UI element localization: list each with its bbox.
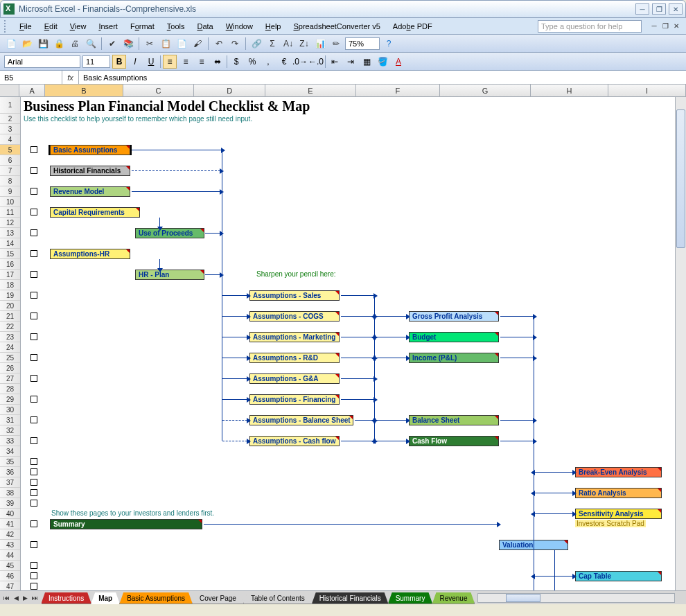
restore-button[interactable]: ❐ <box>652 3 666 15</box>
sheet-tab-historical-financials[interactable]: Historical Financials <box>312 592 389 604</box>
align-right-button[interactable]: ≡ <box>195 55 209 69</box>
row-header-5[interactable]: 5 <box>0 145 20 155</box>
font-size-select[interactable]: 11 <box>82 55 110 68</box>
checkbox-row-13[interactable] <box>30 229 37 236</box>
formula-input[interactable]: Basic Assumptions <box>79 73 686 82</box>
tag-income[interactable]: Income (P&L) <box>409 353 499 363</box>
help-icon[interactable]: ? <box>382 37 396 51</box>
zoom-select[interactable]: 75% <box>345 37 380 50</box>
checkbox-row-37[interactable] <box>30 479 37 486</box>
row-header-38[interactable]: 38 <box>0 488 20 498</box>
checkbox-row-25[interactable] <box>30 354 37 361</box>
tag-revenue-model[interactable]: Revenue Model <box>50 186 130 197</box>
minimize-button[interactable]: ─ <box>635 3 649 15</box>
decrease-indent-button[interactable]: ⇤ <box>328 55 342 69</box>
checkbox-row-9[interactable] <box>30 188 37 195</box>
comma-button[interactable]: , <box>261 55 275 69</box>
tag-use-of-proceeds[interactable]: Use of Proceeds <box>135 228 204 238</box>
percent-button[interactable]: % <box>245 55 259 69</box>
chart-icon[interactable]: 📊 <box>313 37 327 51</box>
save-icon[interactable]: 💾 <box>36 37 50 51</box>
drawing-icon[interactable]: ✏ <box>329 37 343 51</box>
row-header-2[interactable]: 2 <box>0 114 20 124</box>
tag-balance-sheet[interactable]: Balance Sheet <box>409 415 499 425</box>
row-header-31[interactable]: 31 <box>0 415 20 425</box>
sort-desc-icon[interactable]: Z↓ <box>297 37 311 51</box>
checkbox-row-21[interactable] <box>30 313 37 319</box>
menu-window[interactable]: Window <box>220 21 258 32</box>
row-header-35[interactable]: 35 <box>0 457 20 467</box>
checkbox-row-35[interactable] <box>30 458 37 465</box>
row-header-26[interactable]: 26 <box>0 363 20 373</box>
tab-nav-next-icon[interactable]: ▶ <box>23 595 28 601</box>
row-header-12[interactable]: 12 <box>0 218 20 228</box>
redo-icon[interactable]: ↷ <box>228 37 242 51</box>
copy-icon[interactable]: 📋 <box>159 37 173 51</box>
menu-adobepdf[interactable]: Adobe PDF <box>387 21 438 32</box>
checkbox-row-29[interactable] <box>30 396 37 403</box>
row-header-34[interactable]: 34 <box>0 446 20 457</box>
column-header-i[interactable]: I <box>608 85 686 96</box>
tag-assumptions-cash-flow[interactable]: Assumptions - Cash flow <box>249 436 340 446</box>
bold-button[interactable]: B <box>112 55 126 69</box>
column-header-d[interactable]: D <box>194 85 265 96</box>
decrease-decimal-button[interactable]: ←.0 <box>309 55 323 69</box>
tag-assumptions-ga[interactable]: Assumptions - G&A <box>249 373 340 384</box>
row-header-6[interactable]: 6 <box>0 155 20 166</box>
row-header-13[interactable]: 13 <box>0 228 20 238</box>
align-center-button[interactable]: ≡ <box>179 55 193 69</box>
row-header-43[interactable]: 43 <box>0 540 20 550</box>
row-header-20[interactable]: 20 <box>0 301 20 311</box>
tag-basic-assumptions[interactable]: Basic Assumptions <box>50 145 130 155</box>
checkbox-row-36[interactable] <box>30 468 37 475</box>
checkbox-row-38[interactable] <box>30 489 37 496</box>
tag-historical-financials[interactable]: Historical Financials <box>50 166 130 176</box>
tag-assumptions-financing[interactable]: Assumptions - Financing <box>249 394 340 405</box>
autosum-icon[interactable]: Σ <box>265 37 279 51</box>
tag-cap-table[interactable]: Cap Table <box>575 571 662 581</box>
row-header-46[interactable]: 46 <box>0 571 20 581</box>
sheet-tab-instructions[interactable]: Instructions <box>42 592 91 604</box>
row-header-21[interactable]: 21 <box>0 311 20 322</box>
hyperlink-icon[interactable]: 🔗 <box>249 37 263 51</box>
column-header-g[interactable]: G <box>440 85 531 96</box>
row-header-33[interactable]: 33 <box>0 436 20 446</box>
menu-view[interactable]: View <box>64 21 92 32</box>
paste-icon[interactable]: 📄 <box>175 37 188 51</box>
row-header-22[interactable]: 22 <box>0 322 20 332</box>
align-left-button[interactable]: ≡ <box>163 55 177 69</box>
row-header-14[interactable]: 14 <box>0 238 20 249</box>
row-header-10[interactable]: 10 <box>0 197 20 207</box>
tag-cash-flow[interactable]: Cash Flow <box>409 436 499 446</box>
undo-icon[interactable]: ↶ <box>212 37 226 51</box>
column-header-h[interactable]: H <box>531 85 608 96</box>
row-header-39[interactable]: 39 <box>0 498 20 509</box>
euro-button[interactable]: € <box>277 55 291 69</box>
tag-hr-plan[interactable]: HR - Plan <box>135 270 204 280</box>
tag-gross-profit[interactable]: Gross Profit Analysis <box>409 311 499 322</box>
checkbox-row-39[interactable] <box>30 500 37 507</box>
checkbox-row-17[interactable] <box>30 271 37 278</box>
row-header-45[interactable]: 45 <box>0 561 20 571</box>
column-header-f[interactable]: F <box>356 85 440 96</box>
menu-help[interactable]: Help <box>260 21 287 32</box>
checkbox-row-45[interactable] <box>30 562 37 569</box>
fill-color-button[interactable]: 🪣 <box>376 55 389 69</box>
row-header-36[interactable]: 36 <box>0 467 20 477</box>
font-color-button[interactable]: A <box>392 55 405 69</box>
preview-icon[interactable]: 🔍 <box>84 37 98 51</box>
row-header-42[interactable]: 42 <box>0 529 20 540</box>
tag-budget[interactable]: Budget <box>409 332 499 342</box>
menu-file[interactable]: File <box>14 21 37 32</box>
row-header-3[interactable]: 3 <box>0 124 20 134</box>
open-icon[interactable]: 📂 <box>20 37 34 51</box>
cells-area[interactable]: Business Plan Financial Model Checklist … <box>21 97 686 604</box>
sheet-tab-basic-assumptions[interactable]: Basic Assumptions <box>119 592 193 604</box>
menu-tools[interactable]: Tools <box>161 21 191 32</box>
font-name-select[interactable]: Arial <box>4 55 80 68</box>
format-painter-icon[interactable]: 🖌 <box>191 37 204 51</box>
checkbox-row-15[interactable] <box>30 250 37 257</box>
underline-button[interactable]: U <box>144 55 158 69</box>
row-header-16[interactable]: 16 <box>0 259 20 270</box>
name-box[interactable]: B5 <box>0 71 62 84</box>
